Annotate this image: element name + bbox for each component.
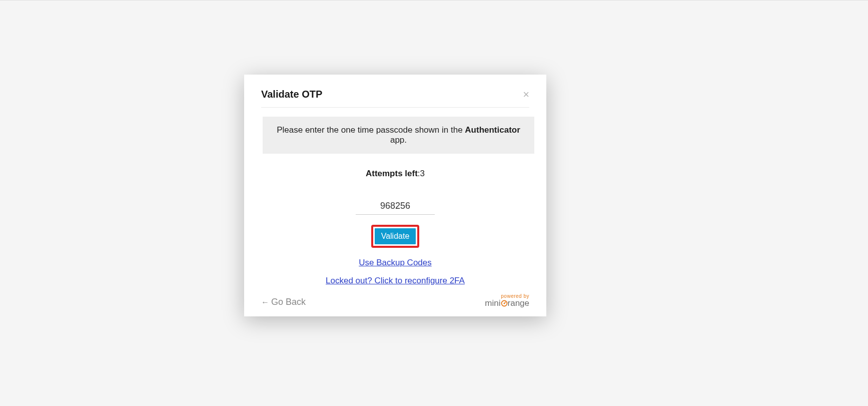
highlight-annotation: Validate (371, 225, 420, 248)
arrow-left-icon: ← (261, 298, 269, 307)
backup-codes-row: Use Backup Codes (256, 258, 534, 268)
brand-dot-icon (501, 300, 508, 307)
attempts-left: Attempts left:3 (256, 169, 534, 179)
go-back-label: Go Back (271, 297, 306, 307)
instructions-bold: Authenticator (465, 125, 520, 135)
validate-otp-modal: Validate OTP × Please enter the one time… (244, 75, 546, 316)
validate-button-wrapper: Validate (256, 225, 534, 248)
close-icon[interactable]: × (523, 89, 529, 100)
locked-out-link[interactable]: Locked out? Click to reconfigure 2FA (326, 276, 465, 285)
validate-button[interactable]: Validate (375, 228, 416, 244)
locked-out-row: Locked out? Click to reconfigure 2FA (256, 276, 534, 286)
modal-header: Validate OTP × (261, 89, 529, 108)
powered-by-miniorange: powered by minirange (485, 294, 529, 307)
modal-footer: ← Go Back powered by minirange (256, 294, 534, 307)
instructions-text: Please enter the one time passcode shown… (263, 117, 534, 154)
modal-title: Validate OTP (261, 89, 322, 100)
brand-logo-text: minirange (485, 299, 529, 307)
attempts-value: 3 (420, 169, 425, 178)
use-backup-codes-link[interactable]: Use Backup Codes (359, 258, 432, 267)
otp-input[interactable] (356, 201, 435, 215)
instructions-prefix: Please enter the one time passcode shown… (277, 125, 465, 135)
svg-line-2 (504, 302, 506, 303)
instructions-suffix: app. (390, 135, 407, 145)
go-back-link[interactable]: ← Go Back (261, 297, 306, 307)
attempts-label: Attempts left (366, 169, 418, 178)
